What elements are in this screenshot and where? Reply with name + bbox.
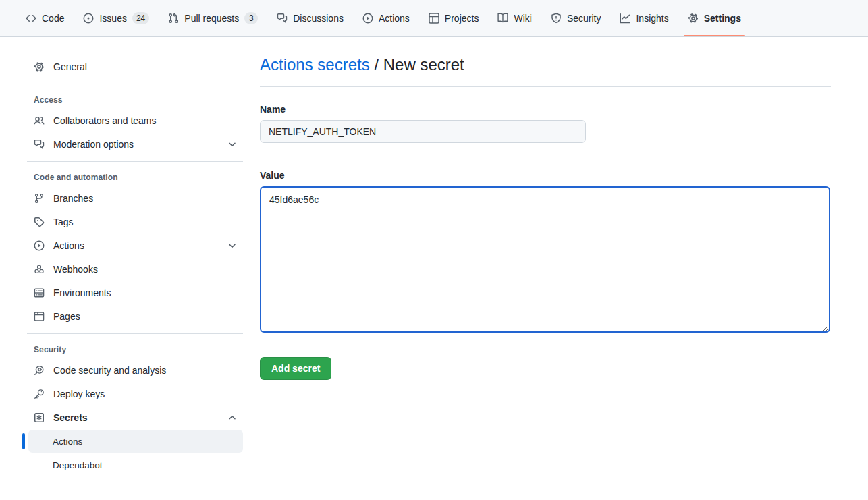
repo-nav: Code Issues 24 Pull requests 3 Discussio… <box>0 0 868 37</box>
sidebar-item-webhooks[interactable]: Webhooks <box>28 258 243 281</box>
server-icon <box>34 287 45 298</box>
gear-icon <box>34 61 45 72</box>
sidebar-item-label: General <box>53 61 87 72</box>
tab-actions[interactable]: Actions <box>354 0 418 36</box>
name-label: Name <box>260 104 831 115</box>
value-label: Value <box>260 170 831 181</box>
key-icon <box>34 389 45 399</box>
sidebar-item-actions[interactable]: Actions <box>28 234 243 257</box>
sidebar-item-deploy-keys[interactable]: Deploy keys <box>28 383 243 406</box>
tab-pull-requests[interactable]: Pull requests 3 <box>160 0 266 36</box>
sidebar-divider <box>27 84 243 84</box>
play-icon <box>362 13 373 24</box>
browser-icon <box>34 311 45 322</box>
tab-label: Settings <box>704 8 741 28</box>
breadcrumb-separator: / <box>374 55 379 74</box>
sidebar-item-moderation-options[interactable]: Moderation options <box>28 133 243 156</box>
sidebar-item-pages[interactable]: Pages <box>28 305 243 328</box>
sidebar-item-label: Moderation options <box>53 139 134 150</box>
tab-label: Pull requests <box>184 8 239 28</box>
heading-divider <box>260 86 831 87</box>
chevron-down-icon <box>227 139 238 150</box>
tab-label: Discussions <box>293 8 344 28</box>
table-icon <box>429 13 439 24</box>
actions-secrets-link[interactable]: Actions secrets <box>260 55 370 74</box>
tab-insights[interactable]: Insights <box>612 0 676 36</box>
tab-wiki[interactable]: Wiki <box>489 0 539 36</box>
secret-name-input[interactable] <box>260 120 586 143</box>
sidebar-divider <box>27 161 243 162</box>
sidebar-item-label: Deploy keys <box>53 389 105 399</box>
tab-label: Issues <box>99 8 126 28</box>
git-branch-icon <box>34 193 45 204</box>
tab-label: Insights <box>636 8 668 28</box>
sidebar-item-environments[interactable]: Environments <box>28 281 243 304</box>
shield-icon <box>551 13 562 24</box>
webhook-icon <box>34 264 45 275</box>
secret-value-textarea[interactable]: 45fd6ae56c <box>260 186 830 333</box>
sidebar-item-secrets[interactable]: Secrets <box>28 406 243 429</box>
tab-label: Wiki <box>514 8 531 28</box>
tab-security[interactable]: Security <box>543 0 609 36</box>
gear-icon <box>688 13 699 24</box>
tab-projects[interactable]: Projects <box>421 0 487 36</box>
new-secret-form: Actions secrets / New secret Name Value … <box>260 55 831 477</box>
sidebar-subitem-secrets-dependabot[interactable]: Dependabot <box>28 453 243 476</box>
tab-discussions[interactable]: Discussions <box>269 0 352 36</box>
chevron-up-icon <box>227 412 238 423</box>
tab-code[interactable]: Code <box>18 0 72 36</box>
sidebar-item-tags[interactable]: Tags <box>28 211 243 233</box>
code-icon <box>26 13 36 24</box>
sidebar-item-label: Dependabot <box>53 460 103 470</box>
sidebar-item-label: Webhooks <box>53 264 98 275</box>
sidebar-item-branches[interactable]: Branches <box>28 187 243 210</box>
codescan-icon <box>34 365 45 376</box>
sidebar-item-general[interactable]: General <box>28 55 243 78</box>
tag-icon <box>34 217 45 227</box>
sidebar-item-label: Pages <box>53 311 80 322</box>
chevron-down-icon <box>227 240 238 251</box>
graph-icon <box>620 13 630 24</box>
comment-discussion-icon <box>34 139 45 150</box>
tab-label: Code <box>42 8 64 28</box>
add-secret-button[interactable]: Add secret <box>260 357 331 380</box>
tab-label: Security <box>567 8 601 28</box>
sidebar-item-label: Tags <box>53 217 74 227</box>
issues-count-badge: 24 <box>132 12 149 24</box>
sidebar-section-code-automation: Code and automation <box>27 167 243 186</box>
repo-tabs: Code Issues 24 Pull requests 3 Discussio… <box>16 0 751 36</box>
sidebar-item-label: Branches <box>53 193 93 204</box>
tab-issues[interactable]: Issues 24 <box>75 0 157 36</box>
comment-discussion-icon <box>277 13 288 24</box>
sidebar-item-label: Environments <box>53 287 111 298</box>
settings-page: General Access Collaborators and teams M… <box>0 37 868 477</box>
git-pull-request-icon <box>168 13 179 24</box>
sidebar-item-label: Actions <box>53 437 82 447</box>
tab-label: Projects <box>445 8 479 28</box>
sidebar-item-label: Secrets <box>53 412 88 423</box>
page-title: Actions secrets / New secret <box>260 55 831 75</box>
sidebar-item-code-security[interactable]: Code security and analysis <box>28 359 243 382</box>
sidebar-section-access: Access <box>27 90 243 109</box>
breadcrumb-current: New secret <box>383 55 464 74</box>
sidebar-divider <box>27 333 243 334</box>
people-icon <box>34 115 45 126</box>
sidebar-item-collaborators[interactable]: Collaborators and teams <box>28 109 243 132</box>
sidebar-section-security: Security <box>27 339 243 358</box>
play-icon <box>34 240 45 251</box>
issue-opened-icon <box>83 13 94 24</box>
sidebar-item-label: Code security and analysis <box>53 365 166 376</box>
key-asterisk-icon <box>34 412 45 423</box>
sidebar-item-label: Actions <box>53 240 84 251</box>
book-icon <box>497 13 508 24</box>
settings-sidebar: General Access Collaborators and teams M… <box>27 55 243 477</box>
sidebar-item-label: Collaborators and teams <box>53 115 157 126</box>
pull-requests-count-badge: 3 <box>244 12 258 24</box>
tab-label: Actions <box>379 8 410 28</box>
tab-settings[interactable]: Settings <box>680 0 749 36</box>
sidebar-subitem-secrets-actions[interactable]: Actions <box>28 430 243 453</box>
